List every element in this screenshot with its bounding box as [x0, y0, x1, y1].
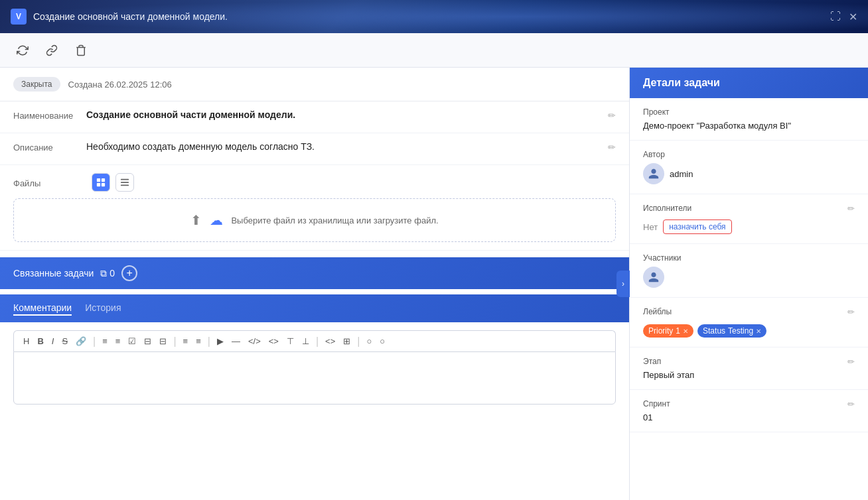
related-tasks-bar: Связанные задачи ⧉ 0 + [0, 257, 629, 289]
author-label: Автор [643, 150, 855, 159]
author-name: admin [670, 169, 693, 179]
files-row: Файлы ⬆ [0, 165, 629, 251]
author-avatar [643, 163, 664, 184]
labels-section: Лейблы ✏ Priority 1 ✕ Status Testing ✕ [630, 298, 868, 347]
desc-edit-icon[interactable]: ✏ [608, 142, 616, 153]
author-section: Автор admin [630, 141, 868, 194]
tool-heading[interactable]: H [21, 335, 32, 347]
close-button[interactable]: ✕ [849, 11, 857, 23]
comment-editor[interactable] [13, 351, 616, 405]
sep-2: | [173, 336, 176, 347]
project-value: Демо-проект "Разработка модуля BI" [643, 121, 855, 131]
tool-indent-right[interactable]: ⊟ [157, 335, 169, 347]
desc-value: Необходимо создать доменную модель согла… [86, 141, 603, 152]
tool-superscript[interactable]: ⊤ [284, 335, 297, 347]
editor-toolbar: H B I S 🔗 | ≡ ≡ ☑ ⊟ ⊟ | ≡ ≡ | ▶ — [13, 330, 616, 351]
label-priority-text: Priority [648, 326, 673, 336]
status-badge: Закрыта [13, 77, 60, 92]
svg-rect-1 [102, 178, 105, 182]
delete-button[interactable] [69, 38, 93, 62]
svg-rect-4 [121, 179, 129, 180]
labels-label: Лейблы [643, 307, 672, 316]
related-tasks-icon: ⧉ [100, 268, 107, 279]
tool-hr[interactable]: — [229, 335, 243, 347]
svg-rect-3 [102, 183, 105, 186]
grid-view-button[interactable] [92, 173, 110, 192]
tool-ol[interactable]: ≡ [113, 335, 123, 347]
tool-undo[interactable]: ○ [364, 335, 374, 347]
executors-none: Нет [643, 222, 658, 232]
cloud-icon: ☁ [210, 212, 223, 228]
related-tasks-count: ⧉ 0 [100, 268, 115, 279]
tool-align-right[interactable]: ≡ [193, 335, 204, 347]
label-priority-count: 1 [676, 326, 680, 336]
list-view-button[interactable] [115, 173, 134, 192]
tool-check[interactable]: ☑ [125, 335, 139, 347]
stage-label: Этап [643, 357, 661, 366]
tool-ul[interactable]: ≡ [100, 335, 110, 347]
tool-code-block[interactable]: </> [246, 335, 263, 347]
left-panel: Закрыта Создана 26.02.2025 12:06 Наимено… [0, 68, 629, 412]
participants-label: Участники [643, 253, 855, 263]
related-tasks-label: Связанные задачи [13, 268, 94, 279]
desc-field-row: Описание Необходимо создать доменную мод… [0, 133, 629, 165]
svg-rect-2 [97, 183, 100, 186]
name-value: Создание основной части доменной модели. [86, 109, 603, 120]
tool-bold[interactable]: B [35, 335, 46, 347]
label-status-extra: Testing [728, 326, 753, 336]
stage-section: Этап ✏ Первый этап [630, 347, 868, 390]
tool-redo[interactable]: ○ [377, 335, 388, 347]
svg-rect-0 [97, 178, 100, 182]
label-status-text: Status [703, 326, 725, 336]
participant-avatar[interactable] [643, 267, 664, 288]
name-label: Наименование [13, 109, 86, 121]
sprint-edit-icon[interactable]: ✏ [847, 399, 855, 409]
add-related-task-button[interactable]: + [121, 265, 137, 281]
sep-5: | [357, 336, 360, 347]
tool-table[interactable]: ⊞ [340, 335, 353, 347]
label-priority: Priority 1 ✕ [643, 324, 693, 338]
details-header: Детали задачи [630, 68, 868, 98]
tool-inline-code[interactable]: <> [266, 335, 281, 347]
status-bar: Закрыта Создана 26.02.2025 12:06 [0, 68, 629, 101]
created-date: Создана 26.02.2025 12:06 [68, 80, 172, 90]
right-panel: Детали задачи Проект Демо-проект "Разраб… [629, 68, 868, 500]
tab-history[interactable]: История [85, 301, 121, 316]
maximize-button[interactable]: ⛶ [830, 11, 841, 23]
editor-section: H B I S 🔗 | ≡ ≡ ☑ ⊟ ⊟ | ≡ ≡ | ▶ — [0, 322, 629, 412]
executors-section: Исполнители ✏ Нет назначить себя [630, 194, 868, 244]
toolbar [0, 33, 868, 68]
tool-link[interactable]: 🔗 [73, 335, 89, 347]
tool-align-left[interactable]: ≡ [181, 335, 191, 347]
link-button[interactable] [40, 38, 64, 62]
executors-edit-icon[interactable]: ✏ [847, 204, 855, 214]
sep-1: | [93, 336, 96, 347]
desc-label: Описание [13, 141, 86, 153]
tool-strike[interactable]: S [59, 335, 70, 347]
tab-comments[interactable]: Комментарии [13, 301, 72, 316]
upload-text: Выберите файл из хранилища или загрузите… [231, 216, 438, 225]
main-content: Закрыта Создана 26.02.2025 12:06 Наимено… [0, 68, 868, 500]
stage-value: Первый этап [643, 370, 855, 380]
assign-self-button[interactable]: назначить себя [663, 219, 731, 234]
project-label: Проект [643, 107, 855, 117]
tool-subscript[interactable]: ⊥ [299, 335, 312, 347]
label-status-remove[interactable]: ✕ [756, 328, 761, 335]
tool-indent-left[interactable]: ⊟ [141, 335, 154, 347]
refresh-button[interactable] [11, 38, 35, 62]
sprint-label: Спринт [643, 399, 670, 408]
tool-italic[interactable]: I [49, 335, 57, 347]
comments-bar: Комментарии История [0, 294, 629, 322]
labels-edit-icon[interactable]: ✏ [847, 307, 855, 317]
tool-embed[interactable]: <> [323, 335, 338, 347]
executors-label: Исполнители [643, 204, 691, 213]
stage-edit-icon[interactable]: ✏ [847, 357, 855, 367]
collapse-panel-button[interactable]: › [616, 271, 630, 297]
label-priority-remove[interactable]: ✕ [683, 328, 688, 335]
sprint-section: Спринт ✏ 01 [630, 390, 868, 432]
sprint-value: 01 [643, 412, 855, 422]
tool-send[interactable]: ▶ [214, 335, 226, 347]
window-title: Создание основной части доменной модели. [33, 11, 228, 22]
name-edit-icon[interactable]: ✏ [608, 110, 616, 121]
file-upload-area[interactable]: ⬆ ☁ Выберите файл из хранилища или загру… [13, 198, 616, 242]
